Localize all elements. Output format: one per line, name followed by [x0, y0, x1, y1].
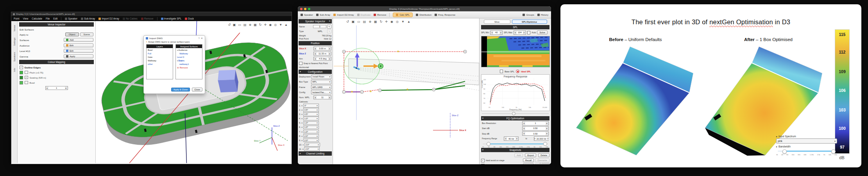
grid-icon[interactable]: ▦: [254, 23, 257, 27]
apply-gamma-button[interactable]: Apply: [64, 54, 93, 58]
help-icon[interactable]: [198, 37, 199, 40]
angle-flip-icon[interactable]: [302, 126, 302, 128]
undo-icon[interactable]: ↺: [228, 23, 231, 27]
stepper-decrement-icon[interactable]: [523, 127, 525, 130]
spl-min-stepper[interactable]: 40: [490, 31, 503, 35]
layer-color-swatch[interactable]: [20, 76, 23, 79]
fit-view-icon[interactable]: ⊕: [369, 20, 371, 23]
toolbar-no-cables-button[interactable]: No Cables: [123, 17, 138, 20]
box-type-select[interactable]: WPL: [311, 80, 331, 84]
delete-icon[interactable]: ▭: [238, 23, 241, 27]
stepper-decrement-icon[interactable]: [314, 96, 317, 99]
visibility-icon[interactable]: ◉: [269, 23, 272, 27]
lock-icon[interactable]: ▣: [233, 23, 236, 27]
layer-color-swatch[interactable]: [20, 81, 23, 84]
layer-checkbox[interactable]: [25, 81, 28, 84]
cabinet-angle-select[interactable]: 2.0°: [303, 134, 319, 138]
menu-edit[interactable]: Edit: [53, 17, 57, 20]
cabinet-angle-select[interactable]: 0.5°: [303, 108, 319, 112]
bandwidth-slider[interactable]: [776, 149, 837, 153]
list-item[interactable]: Full: [147, 52, 173, 55]
fit-view-icon[interactable]: ⊕: [249, 23, 252, 27]
history-button[interactable]: History: [537, 13, 548, 16]
snap-checkbox[interactable]: [299, 62, 302, 65]
close-button[interactable]: Close: [192, 88, 202, 92]
mac-titlebar[interactable]: Display 3 [/Users/Ambrose Thompson/Downl…: [298, 6, 551, 11]
frame-select[interactable]: WPL GRID: [311, 85, 331, 89]
cabinet-angle-select[interactable]: 2.0°: [304, 143, 320, 147]
solo-icon[interactable]: ◎: [396, 20, 399, 23]
layer-stepper[interactable]: 1: [45, 86, 68, 90]
close-icon[interactable]: [329, 20, 331, 22]
tab-info[interactable]: Info: [13, 68, 16, 72]
stepper-decrement-icon[interactable]: [314, 47, 317, 50]
stepper-decrement-icon[interactable]: [504, 137, 507, 140]
apply-object-button[interactable]: Object: [65, 32, 79, 36]
menu-point[interactable]: Point: [14, 17, 20, 20]
audience-plane-lower[interactable]: [380, 86, 465, 90]
stepper-increment-icon[interactable]: [499, 31, 502, 34]
tab-slice[interactable]: Slice: [484, 20, 510, 24]
stepper-decrement-icon[interactable]: [314, 52, 317, 56]
angle-flip-icon[interactable]: [302, 135, 302, 137]
ideal-spl-radio[interactable]: [516, 70, 519, 73]
stepper-decrement-icon[interactable]: [514, 31, 517, 34]
layer-checkbox[interactable]: [25, 76, 28, 79]
bandwidth-handle-high[interactable]: [831, 149, 836, 154]
spl-max-stepper[interactable]: 104: [514, 31, 526, 35]
angle-flip-icon[interactable]: [303, 144, 304, 146]
stepper-increment-icon[interactable]: [548, 137, 549, 140]
toolbar-dock-button[interactable]: Dock: [185, 17, 194, 20]
tab-speakers[interactable]: Speakers: [13, 52, 16, 62]
rows-icon[interactable]: ▤: [363, 20, 366, 23]
plot-scrub-slider[interactable]: [482, 112, 549, 115]
tab-spl-optimise[interactable]: SPL/Optimise: [512, 20, 547, 24]
cabinet-angle-select[interactable]: 1.0°: [303, 126, 319, 129]
tree-item[interactable]: Stairs: [176, 59, 202, 62]
stepper-increment-icon[interactable]: [328, 52, 331, 56]
import-array-button[interactable]: Import D2 Array: [333, 13, 354, 16]
stepper-increment-icon[interactable]: [328, 57, 331, 61]
grid-icon[interactable]: ▦: [374, 20, 377, 23]
stepper-increment-icon[interactable]: [523, 31, 526, 34]
angle-flip-icon[interactable]: [302, 131, 302, 133]
delete-icon[interactable]: ▭: [357, 20, 360, 23]
sub-array-button[interactable]: Sub Array: [316, 13, 330, 16]
rotation-handle[interactable]: [378, 64, 383, 69]
collapse-icon[interactable]: [482, 148, 483, 151]
stepper-increment-icon[interactable]: [546, 132, 548, 135]
slice-x-stepper[interactable]: 0.00 m: [313, 47, 331, 51]
tree-item[interactable]: Walkway: [176, 52, 202, 55]
base-spl-checkbox[interactable]: [500, 70, 503, 73]
stepper-decrement-icon[interactable]: [314, 57, 317, 61]
menu-calculate[interactable]: Calculate: [32, 17, 42, 20]
edit-audience-button[interactable]: Edit: [64, 43, 93, 47]
cabinet-angle-select[interactable]: 0.5°: [303, 112, 319, 116]
freq-from-stepper[interactable]: 40 Hz: [504, 136, 519, 141]
cabinet-angle-select[interactable]: 2.0°: [304, 147, 320, 151]
undo-icon[interactable]: ↺: [346, 20, 349, 23]
collapse-icon[interactable]: [300, 70, 301, 73]
angle-flip-icon[interactable]: [302, 139, 302, 142]
bandwidth-handle-low[interactable]: [782, 149, 787, 154]
disclosure-icon[interactable]: [776, 135, 777, 138]
duplicate-button[interactable]: Duplicate: [357, 13, 371, 16]
cabinet-angle-select[interactable]: 1.0°: [303, 117, 319, 120]
cabinet-angle-select[interactable]: 1.0°: [303, 121, 319, 125]
disclosure-icon[interactable]: [776, 145, 777, 148]
delete-snapshot-button[interactable]: Delete: [538, 153, 549, 157]
export-snapshot-button[interactable]: Export: [525, 153, 536, 157]
list-item[interactable]: other: [147, 62, 173, 66]
menu-file[interactable]: File: [46, 17, 50, 20]
recall-button[interactable]: Recall: [523, 163, 534, 164]
slider-handle[interactable]: [512, 112, 515, 115]
slice-canvas[interactable]: ↺ ▣ ▭ ▤ ⊕ ▦ ↻ ✛ ◉ ◎ ▼ ▲: [333, 18, 479, 164]
slice-z-stepper[interactable]: 11.33 m: [313, 52, 331, 56]
cabinet-angle-select[interactable]: 2.0°: [303, 138, 319, 142]
stepper-decrement-icon[interactable]: [490, 31, 493, 34]
layer-color-swatch[interactable]: [20, 71, 23, 74]
solve-button[interactable]: Solve: [537, 31, 548, 34]
distribution-button[interactable]: Distribution: [416, 13, 431, 16]
left-titlebar[interactable]: Display 3 [C:\Users\ambrose\Documents\WP…: [11, 12, 292, 16]
stepper-decrement-icon[interactable]: [46, 86, 48, 90]
